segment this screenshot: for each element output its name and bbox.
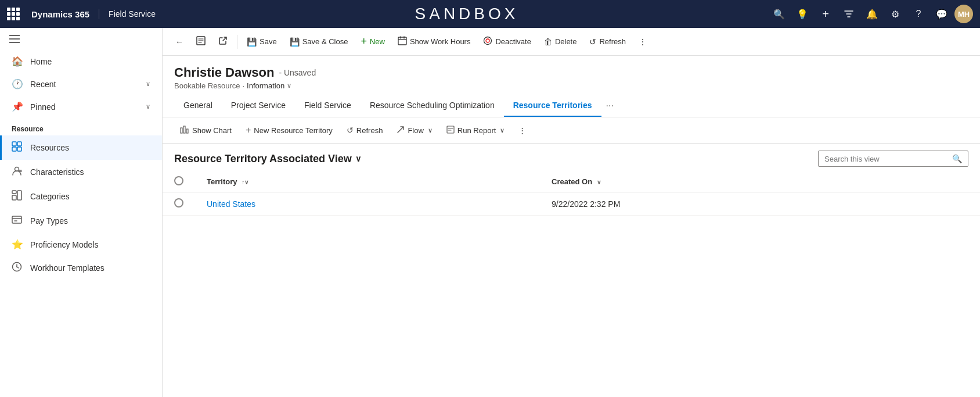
svg-rect-5 — [12, 195, 16, 200]
sidebar-item-proficiency-models[interactable]: ⭐ Proficiency Models — [0, 233, 162, 256]
back-button[interactable]: ← — [170, 34, 189, 49]
new-resource-territory-button[interactable]: + New Resource Territory — [240, 122, 338, 138]
record-title: Christie Dawson - Unsaved — [174, 65, 968, 80]
subgrid-title[interactable]: Resource Territory Associated View ∨ — [174, 153, 361, 165]
top-nav: Dynamics 365 Field Service SANDBOX 🔍 💡 +… — [0, 0, 980, 28]
refresh-button[interactable]: ↺ Refresh — [583, 34, 632, 49]
app-grid-button[interactable] — [7, 8, 27, 20]
settings-icon-btn[interactable]: ⚙ — [885, 3, 906, 24]
subtitle-dot: · — [242, 81, 244, 90]
more-options-button[interactable]: ⋮ — [633, 34, 653, 49]
record-name: Christie Dawson — [174, 65, 274, 80]
sidebar: 🏠 Home 🕐 Recent ∨ 📌 Pinned ∨ Resource — [0, 28, 163, 397]
deactivate-icon — [483, 36, 492, 47]
territory-column-header[interactable]: Territory ↑∨ — [195, 171, 540, 192]
search-submit-icon[interactable]: 🔍 — [946, 151, 968, 166]
toolbar-divider-1 — [237, 35, 237, 49]
content-area: ← 💾 — [163, 28, 980, 397]
row-select-cell — [163, 192, 195, 216]
tab-resource-territories[interactable]: Resource Territories — [504, 95, 601, 117]
created-on-column-header[interactable]: Created On ∨ — [540, 171, 980, 192]
run-report-button[interactable]: Run Report ∨ — [441, 123, 510, 138]
pinned-icon: 📌 — [12, 101, 23, 112]
subgrid-more-button[interactable]: ⋮ — [513, 123, 532, 138]
deactivate-button[interactable]: Deactivate — [477, 33, 536, 50]
subgrid-header: Resource Territory Associated View ∨ 🔍 — [163, 144, 980, 171]
row-radio[interactable] — [174, 198, 183, 208]
search-icon-btn[interactable]: 🔍 — [769, 3, 790, 24]
search-input[interactable] — [819, 152, 946, 166]
sidebar-item-characteristics[interactable]: Characteristics — [0, 160, 162, 184]
form-name[interactable]: Information — [247, 81, 284, 90]
sidebar-item-categories[interactable]: Categories — [0, 184, 162, 209]
territory-sort-icon: ↑∨ — [242, 179, 248, 185]
subgrid-refresh-button[interactable]: ↺ Refresh — [341, 123, 389, 138]
filter-icon-btn[interactable] — [838, 3, 859, 24]
help-icon-btn[interactable]: ? — [908, 3, 929, 24]
delete-icon: 🗑 — [544, 37, 552, 47]
sidebar-item-home[interactable]: 🏠 Home — [0, 50, 162, 73]
brand-name[interactable]: Dynamics 365 — [27, 9, 99, 19]
bell-icon-btn[interactable]: 🔔 — [862, 3, 882, 24]
new-button[interactable]: + New — [355, 33, 391, 51]
add-icon-btn[interactable]: + — [815, 3, 836, 24]
subgrid-more-icon: ⋮ — [518, 126, 526, 135]
chat-icon-btn[interactable]: 💬 — [931, 3, 952, 24]
tab-field-service[interactable]: Field Service — [295, 95, 361, 117]
categories-icon — [12, 190, 23, 203]
svg-point-14 — [486, 39, 489, 42]
select-all-radio[interactable] — [174, 176, 183, 185]
run-report-icon — [446, 126, 455, 135]
sidebar-item-pinned[interactable]: 📌 Pinned ∨ — [0, 95, 162, 118]
flow-icon — [397, 126, 405, 135]
sidebar-item-workhour-templates[interactable]: Workhour Templates — [0, 256, 162, 280]
svg-rect-0 — [12, 142, 16, 146]
subgrid-title-chevron-icon: ∨ — [355, 154, 361, 163]
tabs-more-button[interactable]: ··· — [601, 95, 618, 117]
sidebar-item-pay-types[interactable]: Pay Types — [0, 209, 162, 233]
report-chevron-icon: ∨ — [500, 127, 505, 134]
svg-rect-12 — [398, 37, 406, 45]
svg-point-13 — [484, 37, 492, 45]
refresh-icon: ↺ — [589, 37, 596, 47]
record-subtitle: Bookable Resource · Information ∨ — [174, 81, 968, 90]
svg-rect-1 — [17, 142, 21, 146]
sidebar-item-resources[interactable]: Resources — [0, 135, 162, 160]
svg-rect-7 — [12, 191, 16, 194]
app-name: Field Service — [99, 9, 165, 19]
svg-rect-17 — [186, 129, 188, 133]
territory-link[interactable]: United States — [207, 199, 255, 209]
flow-button[interactable]: Flow ∨ — [391, 123, 438, 138]
record-header: Christie Dawson - Unsaved Bookable Resou… — [163, 56, 980, 90]
flow-chevron-icon: ∨ — [428, 127, 433, 134]
subgrid-toolbar: Show Chart + New Resource Territory ↺ Re… — [163, 117, 980, 144]
main-layout: 🏠 Home 🕐 Recent ∨ 📌 Pinned ∨ Resource — [0, 28, 980, 397]
tab-project-service[interactable]: Project Service — [222, 95, 295, 117]
select-all-column — [163, 171, 195, 192]
tab-general[interactable]: General — [174, 95, 222, 117]
delete-button[interactable]: 🗑 Delete — [538, 34, 583, 49]
created-on-cell: 9/22/2022 2:32 PM — [540, 192, 980, 216]
proficiency-icon: ⭐ — [12, 239, 23, 250]
hamburger-menu[interactable] — [0, 28, 162, 50]
tab-rso[interactable]: Resource Scheduling Optimization — [361, 95, 504, 117]
unsaved-badge: - Unsaved — [279, 68, 316, 77]
lightbulb-icon-btn[interactable]: 💡 — [792, 3, 813, 24]
show-chart-button[interactable]: Show Chart — [174, 123, 237, 138]
sidebar-item-recent[interactable]: 🕐 Recent ∨ — [0, 73, 162, 95]
chart-icon — [180, 126, 189, 135]
svg-rect-18 — [447, 126, 454, 133]
show-work-hours-button[interactable]: Show Work Hours — [392, 33, 477, 50]
save-close-button[interactable]: 💾 Save & Close — [284, 34, 354, 49]
form-view-button[interactable] — [190, 33, 211, 50]
user-avatar[interactable]: MH — [954, 5, 973, 23]
open-new-button[interactable] — [212, 33, 233, 50]
pinned-chevron-icon: ∨ — [146, 103, 150, 110]
characteristics-icon — [12, 166, 23, 178]
resource-territory-table: Territory ↑∨ Created On ∨ — [163, 171, 980, 216]
form-icon — [196, 36, 206, 47]
table-row: United States 9/22/2022 2:32 PM — [163, 192, 980, 216]
save-button[interactable]: 💾 Save — [241, 34, 283, 49]
calendar-icon — [398, 36, 407, 47]
svg-rect-6 — [17, 191, 21, 200]
